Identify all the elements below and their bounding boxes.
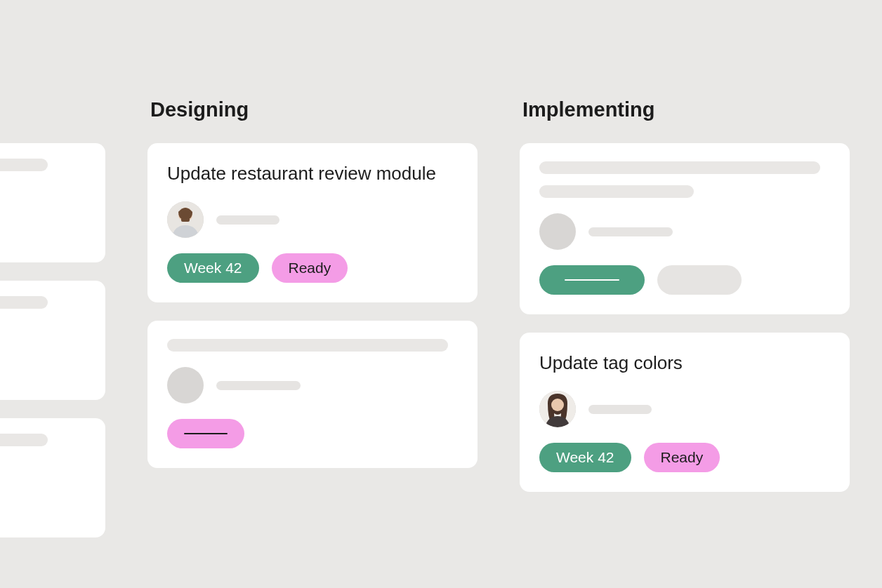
pill-placeholder[interactable] xyxy=(657,265,742,295)
kanban-column-implementing: Implementing Update tag colors xyxy=(520,98,850,537)
card-avatar-row xyxy=(539,213,830,250)
pill-placeholder[interactable] xyxy=(167,419,244,448)
kanban-board: . Designing Update restaurant review mod… xyxy=(0,98,850,537)
pill-status[interactable]: Ready xyxy=(272,253,348,283)
card-meta-placeholder xyxy=(216,215,279,225)
kanban-column-peek: . xyxy=(0,98,105,537)
card-avatar-row xyxy=(167,201,458,238)
card-pill-row xyxy=(167,419,458,448)
pill-week[interactable]: Week 42 xyxy=(539,443,631,472)
kanban-card-skeleton[interactable] xyxy=(520,143,850,314)
svg-rect-3 xyxy=(181,218,190,222)
skeleton-line xyxy=(539,161,820,174)
kanban-column-designing: Designing Update restaurant review modul… xyxy=(147,98,478,537)
kanban-card-skeleton[interactable] xyxy=(0,281,105,400)
pill-status[interactable]: Ready xyxy=(644,443,720,472)
card-title: Update tag colors xyxy=(539,351,830,375)
card-meta-placeholder xyxy=(216,381,301,390)
card-avatar-row xyxy=(167,367,458,403)
kanban-card-skeleton[interactable] xyxy=(147,321,478,468)
svg-point-6 xyxy=(551,399,564,411)
skeleton-line xyxy=(539,185,694,198)
pill-line-icon xyxy=(565,279,619,281)
card-pill-row: Week 42 Ready xyxy=(167,253,458,283)
skeleton-line xyxy=(167,339,448,352)
kanban-card[interactable]: Update tag colors Week xyxy=(520,333,850,492)
card-pill-row: Week 42 Ready xyxy=(539,443,830,472)
avatar[interactable] xyxy=(539,391,576,427)
column-title: Designing xyxy=(147,98,478,125)
avatar-placeholder xyxy=(539,213,576,250)
skeleton-line xyxy=(0,296,48,309)
pill-line-icon xyxy=(184,433,228,434)
column-title: Implementing xyxy=(520,98,850,125)
skeleton-line xyxy=(0,159,48,171)
card-meta-placeholder xyxy=(588,227,673,236)
kanban-card[interactable]: Update restaurant review module xyxy=(147,143,478,302)
avatar-placeholder xyxy=(167,367,204,403)
pill-placeholder[interactable] xyxy=(539,265,645,295)
avatar[interactable] xyxy=(167,201,204,238)
kanban-card-skeleton[interactable] xyxy=(0,418,105,537)
card-pill-row xyxy=(539,265,830,295)
pill-week[interactable]: Week 42 xyxy=(167,253,259,283)
kanban-card-skeleton[interactable] xyxy=(0,143,105,262)
skeleton-line xyxy=(0,434,48,446)
card-meta-placeholder xyxy=(588,405,652,414)
card-avatar-row xyxy=(539,391,830,427)
card-title: Update restaurant review module xyxy=(167,161,458,186)
